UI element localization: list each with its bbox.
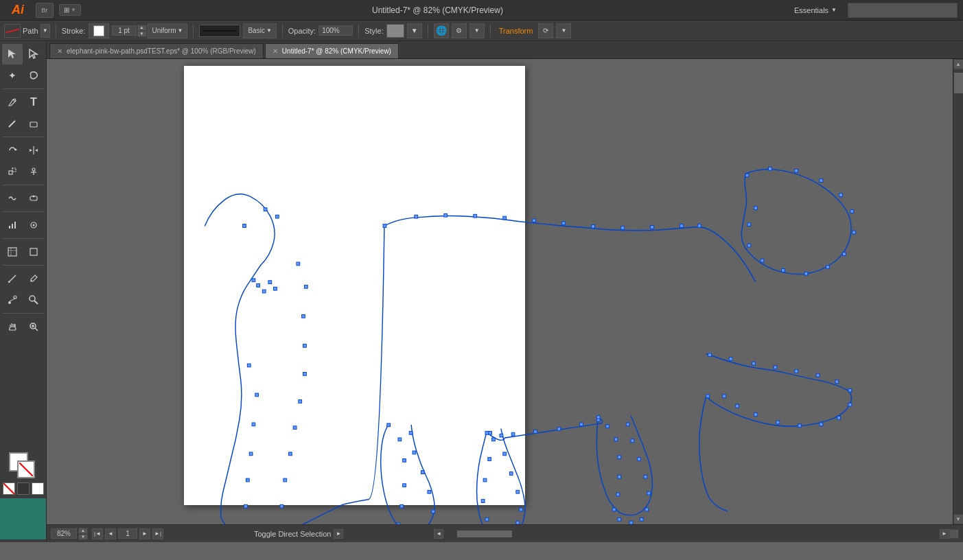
- tab-elephant[interactable]: ✕ elephant-pink-bw-path.psdTEST.eps* @ 1…: [49, 43, 264, 58]
- canvas-scrollable: .path-line { stroke: #0044cc; stroke-wid…: [47, 59, 963, 524]
- selection-tool[interactable]: [2, 44, 23, 65]
- measure-tool[interactable]: [2, 268, 23, 289]
- zoom-input[interactable]: [51, 528, 77, 539]
- fill-stroke-selector[interactable]: [9, 452, 38, 481]
- scroll-right-button[interactable]: ►: [940, 529, 949, 539]
- svg-point-29: [14, 296, 16, 299]
- magic-wand-tool[interactable]: ✦: [2, 65, 23, 86]
- warp-tool[interactable]: [2, 188, 23, 209]
- left-toolbar: ✦ T: [0, 41, 47, 542]
- opacity-label: Opacity:: [288, 27, 316, 35]
- eyedropper-tool[interactable]: [23, 268, 44, 289]
- vertical-scrollbar[interactable]: ▲ ▼: [953, 59, 963, 524]
- svg-rect-18: [14, 222, 16, 229]
- tab-elephant-close-icon[interactable]: ✕: [57, 47, 62, 55]
- tab-bar: ✕ elephant-pink-bw-path.psdTEST.eps* @ 1…: [47, 41, 963, 59]
- black-swatch[interactable]: [17, 482, 30, 495]
- zoom-tool[interactable]: [23, 290, 44, 310]
- path-label: Path: [23, 27, 38, 35]
- svg-point-11: [32, 168, 35, 171]
- globe-icon[interactable]: 🌐: [434, 23, 449, 38]
- scale-tool[interactable]: [2, 161, 23, 182]
- svg-line-36: [19, 463, 33, 476]
- zoom-stepper[interactable]: ▲ ▼: [78, 528, 88, 540]
- scroll-down-button[interactable]: ▼: [953, 514, 964, 524]
- pencil-tool[interactable]: [2, 113, 23, 134]
- path-tool-indicator: Path ▼: [4, 24, 50, 38]
- svg-line-33: [35, 328, 38, 331]
- last-page-button[interactable]: ►|: [152, 528, 163, 539]
- stroke-value-input[interactable]: [112, 25, 137, 36]
- scroll-corner: [949, 529, 959, 539]
- transform-rotate-icon[interactable]: ⟳: [538, 23, 553, 38]
- scroll-track[interactable]: [953, 69, 964, 514]
- stroke-color-btn[interactable]: [89, 23, 109, 38]
- svg-rect-99: [736, 404, 739, 408]
- svg-rect-76: [852, 231, 856, 234]
- zoom-in-tool[interactable]: [23, 316, 44, 337]
- canvas-container[interactable]: .path-line { stroke: #0044cc; stroke-wid…: [47, 59, 953, 524]
- eraser-tool[interactable]: [23, 113, 44, 134]
- stroke-style-btn[interactable]: Basic ▼: [243, 23, 276, 38]
- reflect-tool[interactable]: [23, 140, 44, 161]
- svg-point-30: [30, 296, 35, 301]
- svg-rect-86: [729, 357, 732, 360]
- settings-icon[interactable]: ⚙: [452, 23, 467, 38]
- horizontal-scrollbar[interactable]: ◄ ►: [434, 529, 959, 539]
- hand-tool[interactable]: [2, 316, 23, 337]
- prev-page-button[interactable]: ◄: [105, 528, 116, 539]
- lasso-tool[interactable]: [23, 65, 44, 86]
- none-swatch[interactable]: [3, 482, 15, 495]
- blend-tool[interactable]: [2, 290, 23, 310]
- bridge-icon[interactable]: Br: [36, 3, 54, 18]
- style-label: Style:: [364, 27, 384, 35]
- scroll-left-button[interactable]: ◄: [434, 529, 443, 539]
- type-tool[interactable]: T: [23, 92, 44, 113]
- h-scroll-track[interactable]: [443, 530, 940, 537]
- tab-untitled-label: Untitled-7* @ 82% (CMYK/Preview): [282, 47, 391, 55]
- scroll-thumb[interactable]: [954, 73, 963, 93]
- options-toolbar: Path ▼ Stroke: ▲ ▼ Uniform ▼ Basic ▼ Opa…: [0, 21, 963, 41]
- reshape-tool[interactable]: [23, 188, 44, 209]
- stroke-value-stepper[interactable]: ▲ ▼: [137, 25, 147, 37]
- puppet-warp-tool[interactable]: [23, 161, 44, 182]
- next-page-button[interactable]: ►: [139, 528, 150, 539]
- scroll-up-button[interactable]: ▲: [953, 59, 964, 69]
- transform-extra[interactable]: ▼: [556, 23, 571, 38]
- svg-marker-1: [30, 49, 37, 58]
- svg-rect-146: [647, 491, 651, 495]
- page-number-input[interactable]: [118, 528, 137, 539]
- search-input[interactable]: [848, 3, 958, 18]
- first-page-button[interactable]: |◄: [92, 528, 103, 539]
- color-swatches-row: [3, 482, 44, 495]
- style-options-btn[interactable]: ▼: [407, 23, 422, 38]
- svg-rect-62: [280, 504, 283, 508]
- stroke-type-btn[interactable]: Uniform ▼: [148, 23, 188, 38]
- direct-selection-tool[interactable]: [23, 44, 44, 65]
- tab-untitled-close-icon[interactable]: ✕: [272, 47, 278, 55]
- opacity-input[interactable]: [318, 25, 353, 36]
- tab-untitled[interactable]: ✕ Untitled-7* @ 82% (CMYK/Preview): [265, 43, 399, 58]
- svg-rect-45: [592, 225, 595, 229]
- white-swatch[interactable]: [32, 482, 44, 495]
- artboard-tool[interactable]: [2, 242, 23, 262]
- status-area: Toggle Direct Selection ►: [167, 529, 430, 539]
- essentials-button[interactable]: Essentials ▼: [794, 6, 842, 14]
- pen-tool[interactable]: [2, 92, 23, 113]
- svg-rect-100: [723, 395, 726, 398]
- rotate-tool[interactable]: [2, 140, 23, 161]
- h-scroll-thumb[interactable]: [457, 530, 512, 537]
- slice-tool[interactable]: [23, 242, 44, 262]
- svg-rect-91: [835, 380, 839, 384]
- svg-rect-137: [614, 438, 618, 441]
- settings-extra[interactable]: ▼: [469, 23, 485, 38]
- status-arrow-button[interactable]: ►: [334, 529, 343, 539]
- transform-button[interactable]: Transform: [496, 27, 536, 35]
- column-graph-tool[interactable]: [2, 215, 23, 235]
- svg-rect-4: [30, 122, 37, 127]
- symbol-tools[interactable]: [23, 215, 44, 235]
- workspace-switcher[interactable]: ⊞ ▼: [59, 4, 81, 16]
- stroke-style-preview: [199, 25, 240, 37]
- svg-rect-71: [769, 167, 772, 171]
- svg-rect-72: [795, 169, 798, 172]
